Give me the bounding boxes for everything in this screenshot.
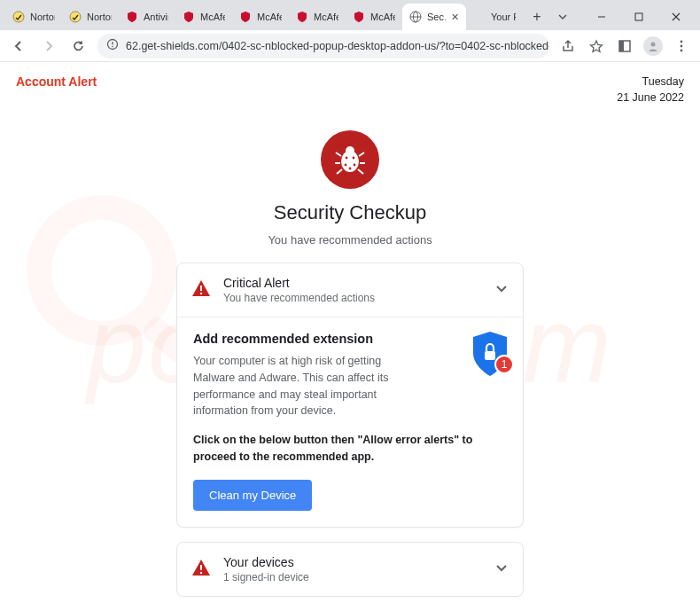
your-devices-header[interactable]: Your devices 1 signed-in device — [177, 543, 523, 596]
svg-point-1 — [70, 12, 81, 22]
url-text: 62.get-shields.com/0402-sc-nblocked-popu… — [126, 40, 549, 52]
tab-your-pl[interactable]: Your Pl… — [466, 4, 523, 30]
svg-point-14 — [651, 42, 656, 46]
tab-security-active[interactable]: Sec… ✕ — [402, 4, 466, 30]
page-subtitle: You have recommended actions — [176, 233, 524, 247]
tab-norton-1[interactable]: Norton — [5, 4, 62, 30]
minimize-button[interactable] — [583, 4, 620, 30]
globe-icon — [409, 11, 422, 23]
clean-my-device-button[interactable]: Clean my Device — [193, 480, 312, 511]
mcafee-icon — [183, 11, 195, 23]
close-icon[interactable]: ✕ — [451, 12, 459, 23]
mcafee-icon — [296, 11, 308, 23]
share-icon[interactable] — [556, 35, 579, 58]
tab-title: McAfe… — [314, 12, 338, 22]
critical-alert-header[interactable]: Critical Alert You have recommended acti… — [177, 263, 523, 317]
svg-point-16 — [681, 44, 683, 47]
notification-badge: 1 — [494, 355, 514, 374]
back-button[interactable] — [7, 35, 30, 58]
critical-alert-body: 1 Add recommended extension Your compute… — [177, 317, 523, 527]
reading-list-icon[interactable] — [613, 35, 636, 58]
svg-point-11 — [112, 46, 113, 48]
toolbar: 62.get-shields.com/0402-sc-nblocked-popu… — [0, 30, 700, 62]
warning-triangle-icon — [191, 279, 211, 301]
new-tab-button[interactable]: + — [526, 6, 548, 27]
extension-instruction: Click on the below button then "Allow er… — [193, 432, 507, 466]
svg-point-29 — [354, 164, 356, 167]
svg-point-35 — [200, 571, 202, 573]
critical-alert-subtitle: You have recommended actions — [223, 292, 482, 304]
tabs-dropdown-icon[interactable] — [548, 4, 578, 30]
svg-rect-13 — [619, 41, 624, 51]
mcafee-icon — [353, 11, 365, 23]
your-devices-title: Your devices — [223, 555, 482, 569]
maximize-button[interactable] — [620, 4, 657, 30]
warning-triangle-icon — [191, 559, 211, 580]
tab-mcafee-1[interactable]: McAfe… — [175, 4, 232, 30]
bookmark-icon[interactable] — [585, 35, 608, 58]
page-title: Security Checkup — [176, 201, 524, 224]
day-label: Tuesday — [617, 74, 684, 90]
your-devices-subtitle: 1 signed-in device — [223, 571, 482, 583]
critical-alert-card: Critical Alert You have recommended acti… — [176, 262, 524, 528]
critical-alert-title: Critical Alert — [223, 276, 482, 290]
menu-icon[interactable] — [670, 35, 693, 58]
forward-button[interactable] — [37, 35, 60, 58]
chevron-down-icon[interactable] — [494, 281, 509, 299]
tab-antivirus[interactable]: Antivir… — [119, 4, 175, 30]
svg-rect-33 — [485, 351, 495, 360]
svg-point-32 — [200, 293, 202, 294]
bug-icon — [321, 130, 379, 189]
browser-chrome: Norton Norton Antivir… McAfe… McAfe… McA… — [0, 0, 700, 62]
shield-lock-icon: 1 — [470, 330, 510, 380]
norton-icon — [69, 11, 82, 23]
svg-rect-6 — [635, 13, 642, 20]
tab-title: Your Pl… — [491, 12, 516, 22]
tab-title: McAfe… — [257, 12, 282, 22]
norton-icon — [12, 11, 25, 23]
svg-line-21 — [359, 153, 364, 156]
main-column: Security Checkup You have recommended ac… — [176, 130, 524, 597]
tab-strip: Norton Norton Antivir… McAfe… McAfe… McA… — [0, 0, 700, 30]
mcafee-icon — [239, 11, 252, 23]
svg-point-0 — [13, 12, 24, 22]
svg-line-24 — [337, 169, 342, 174]
svg-point-30 — [349, 168, 352, 170]
svg-line-25 — [358, 169, 363, 174]
window-controls — [583, 4, 695, 30]
tab-title: Norton — [87, 12, 112, 22]
address-bar[interactable]: 62.get-shields.com/0402-sc-nblocked-popu… — [97, 34, 549, 59]
page-content: pcrisk.com Account Alert Tuesday 21 June… — [0, 62, 700, 603]
your-devices-card: Your devices 1 signed-in device — [176, 542, 524, 597]
svg-line-20 — [336, 153, 341, 156]
tab-mcafee-2[interactable]: McAfe… — [232, 4, 289, 30]
account-alert-label: Account Alert — [16, 74, 97, 89]
reload-button[interactable] — [67, 35, 90, 58]
close-window-button[interactable] — [657, 4, 695, 30]
tab-mcafee-4[interactable]: McAfe… — [346, 4, 402, 30]
tab-mcafee-3[interactable]: McAfe… — [289, 4, 346, 30]
tab-title: McAfe… — [200, 12, 225, 22]
page-header: Account Alert Tuesday 21 June 2022 — [16, 74, 684, 106]
svg-point-19 — [346, 146, 354, 155]
watermark-glass-icon — [27, 195, 177, 346]
chevron-down-icon[interactable] — [494, 560, 509, 578]
tab-title: Antivir… — [144, 12, 168, 22]
date-label: 21 June 2022 — [617, 90, 684, 106]
profile-avatar[interactable] — [642, 35, 665, 58]
svg-point-15 — [681, 40, 683, 43]
svg-point-28 — [345, 164, 347, 167]
site-info-icon[interactable] — [106, 38, 119, 53]
tab-norton-2[interactable]: Norton — [62, 4, 119, 30]
date-block: Tuesday 21 June 2022 — [617, 74, 684, 106]
svg-point-26 — [346, 157, 348, 160]
extension-title: Add recommended extension — [193, 332, 507, 346]
svg-point-17 — [681, 49, 683, 51]
blank-favicon — [473, 11, 486, 23]
mcafee-icon — [126, 11, 138, 23]
extension-description: Your computer is at high risk of getting… — [193, 353, 424, 419]
svg-point-27 — [353, 157, 355, 160]
tab-title: McAfe… — [370, 12, 395, 22]
tab-title: Norton — [30, 12, 55, 22]
tab-title: Sec… — [427, 12, 446, 22]
